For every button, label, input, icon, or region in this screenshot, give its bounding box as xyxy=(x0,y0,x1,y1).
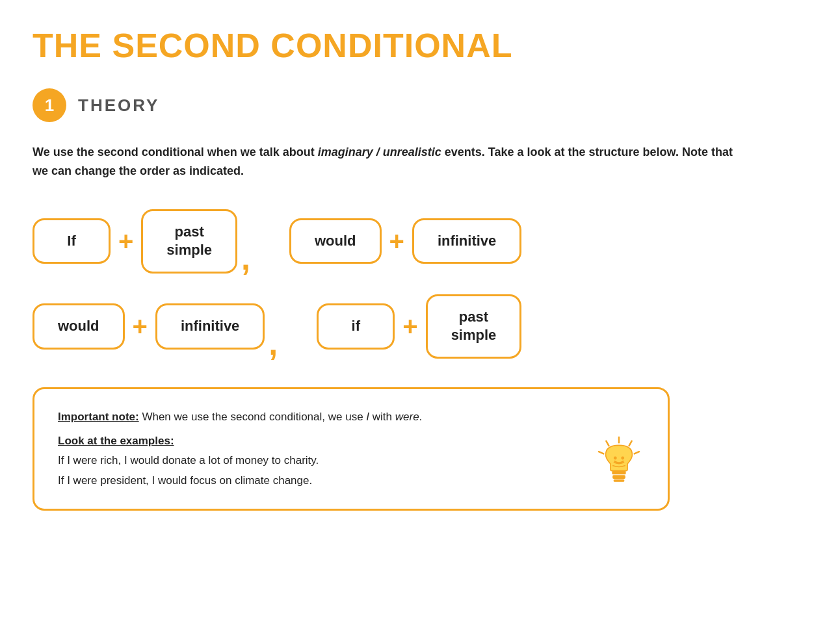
formula-box-if: If xyxy=(33,218,111,264)
theory-label: THEORY xyxy=(78,96,159,116)
svg-rect-8 xyxy=(612,476,625,479)
lightbulb-icon xyxy=(590,435,648,496)
comma-1: , xyxy=(241,244,250,274)
svg-line-2 xyxy=(635,452,639,454)
note-examples: Look at the examples: If I were rich, I … xyxy=(58,431,644,491)
formula-group-1b: would + infinitive xyxy=(289,218,521,264)
formula-group-2a: would + infinitive xyxy=(33,303,265,350)
svg-line-1 xyxy=(629,441,632,446)
svg-point-5 xyxy=(614,457,617,460)
svg-line-4 xyxy=(599,452,603,454)
formula-group-2b: if + past simple xyxy=(317,294,521,359)
plus-icon-4: + xyxy=(402,313,417,339)
plus-icon-3: + xyxy=(133,313,148,339)
theory-badge-number: 1 xyxy=(33,88,66,122)
formula-box-infinitive-2: infinitive xyxy=(155,303,265,350)
formulas-container: If + past simple , would + infinitive wo… xyxy=(33,209,807,359)
theory-header: 1 THEORY xyxy=(33,88,807,122)
look-at-examples-label: Look at the examples: xyxy=(58,435,174,447)
important-note-label: Important note: xyxy=(58,411,139,423)
svg-line-3 xyxy=(606,441,609,446)
important-note-box: Important note: When we use the second c… xyxy=(33,387,670,511)
plus-icon-2: + xyxy=(389,228,404,254)
svg-point-6 xyxy=(621,457,624,460)
formula-box-past-simple-1: past simple xyxy=(141,209,237,274)
page-title: THE SECOND CONDITIONAL xyxy=(33,26,807,65)
important-note-text: Important note: When we use the second c… xyxy=(58,407,644,427)
example-1: If I were rich, I would donate a lot of … xyxy=(58,451,644,471)
formula-box-would-1: would xyxy=(289,218,382,264)
svg-rect-7 xyxy=(612,471,625,475)
description-text: We use the second conditional when we ta… xyxy=(33,143,748,181)
formula-box-infinitive-1: infinitive xyxy=(412,218,521,264)
example-2: If I were president, I would focus on cl… xyxy=(58,471,644,491)
formula-group-1a: If + past simple xyxy=(33,209,237,274)
plus-icon-1: + xyxy=(118,228,133,254)
formula-box-would-2: would xyxy=(33,303,125,350)
svg-rect-9 xyxy=(614,479,624,482)
formula-row-1: If + past simple , would + infinitive xyxy=(33,209,807,274)
formula-row-2: would + infinitive , if + past simple xyxy=(33,294,807,359)
formula-box-past-simple-2: past simple xyxy=(426,294,522,359)
formula-box-if-2: if xyxy=(317,303,395,350)
comma-2: , xyxy=(269,329,278,359)
